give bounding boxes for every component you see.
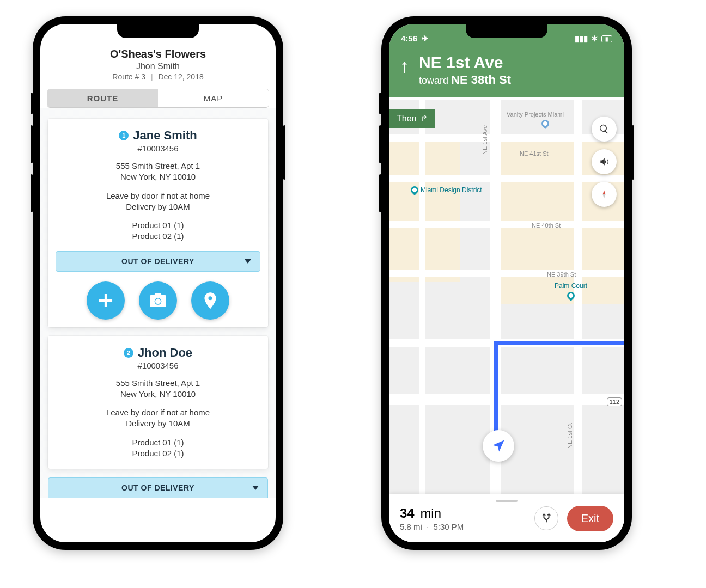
delivery-notes: Leave by door if not at home Delivery by…: [58, 407, 258, 430]
wifi-icon: ✶: [591, 34, 598, 44]
address-block: 555 Smith Street, Apt 1 New York, NY 100…: [58, 161, 258, 183]
eta-minutes: 34 min: [400, 506, 534, 521]
delivery-stop-card: 1 Jane Smith #10003456 555 Smith Street,…: [48, 119, 268, 327]
alternate-routes-button[interactable]: [534, 506, 558, 530]
delivery-status-dropdown[interactable]: OUT OF DELIVERY: [48, 477, 268, 498]
turn-right-icon: ↱: [421, 113, 428, 124]
next-street-name: NE 1st Ave: [419, 53, 511, 72]
order-number: #10003456: [58, 361, 258, 370]
map-poi-label: Vanity Projects Miami: [507, 111, 564, 118]
cell-signal-icon: ▮▮▮: [575, 34, 588, 44]
drag-handle[interactable]: [496, 500, 518, 502]
map-road-label: NE 40th St: [532, 222, 561, 229]
product-list: Product 01 (1) Product 02 (1): [58, 437, 258, 460]
poi-pin-icon: [565, 290, 576, 301]
add-button[interactable]: [87, 281, 125, 320]
map-canvas[interactable]: Vanity Projects Miami NE 41st St NE 40th…: [389, 100, 624, 494]
camera-icon: [149, 291, 167, 310]
stop-index-badge: 1: [119, 131, 129, 140]
tab-map[interactable]: MAP: [158, 89, 269, 107]
address-block: 555 Smith Street, Apt 1 New York, NY 100…: [58, 378, 258, 400]
then-turn-chip: Then ↱: [389, 109, 435, 128]
plus-icon: [96, 291, 115, 310]
delivery-notes: Leave by door if not at home Delivery by…: [58, 191, 258, 213]
recipient-name: Jhon Doe: [138, 346, 192, 360]
navigation-bottom-bar: 34 min 5.8 mi · 5:30 PM Exit: [389, 494, 624, 542]
map-poi[interactable]: [541, 120, 549, 127]
location-services-icon: ✈: [422, 34, 429, 43]
map-poi[interactable]: Palm Court: [555, 282, 587, 299]
speaker-icon: [599, 156, 610, 167]
map-poi[interactable]: Miami Design District: [411, 186, 482, 194]
phone-frame-maps: 4:56 ✈ ▮▮▮ ✶ ▮ ↑ NE 1st Ave toward NE 38…: [381, 16, 632, 550]
view-tabs: ROUTE MAP: [47, 89, 269, 108]
map-road-label: NE 39th St: [547, 271, 576, 278]
map-road-label: NE 1st Ave: [482, 125, 488, 155]
maps-navigation-screen: 4:56 ✈ ▮▮▮ ✶ ▮ ↑ NE 1st Ave toward NE 38…: [389, 24, 624, 542]
map-road-label: NE 1st Ct: [567, 423, 573, 449]
stop-index-badge: 2: [124, 348, 133, 358]
route-header: O'Sheas's Flowers Jhon Smith Route # 3 |…: [40, 24, 276, 85]
map-compass-button[interactable]: [592, 182, 617, 207]
route-date: Dec 12, 2018: [158, 72, 203, 81]
delivery-app-screen: O'Sheas's Flowers Jhon Smith Route # 3 |…: [40, 24, 276, 542]
eta-block: 34 min 5.8 mi · 5:30 PM: [400, 506, 534, 531]
driver-name: Jhon Smith: [46, 62, 270, 71]
tab-route[interactable]: ROUTE: [47, 89, 158, 107]
toward-line: toward NE 38th St: [419, 73, 511, 87]
map-road: [419, 100, 425, 494]
my-location-marker: [483, 430, 514, 462]
map-search-button[interactable]: [592, 117, 617, 142]
eta-subline: 5.8 mi · 5:30 PM: [400, 522, 534, 531]
poi-pin-icon: [540, 118, 551, 129]
navigation-arrow-icon: [491, 438, 506, 454]
route-polyline: [494, 341, 624, 345]
order-number: #10003456: [58, 144, 258, 153]
highway-shield: 112: [607, 397, 622, 406]
exit-navigation-button[interactable]: Exit: [567, 506, 613, 531]
product-list: Product 01 (1) Product 02 (1): [58, 220, 258, 242]
phone-frame-delivery: O'Sheas's Flowers Jhon Smith Route # 3 |…: [33, 16, 283, 550]
ios-status-bar: 4:56 ✈ ▮▮▮ ✶ ▮: [389, 24, 624, 48]
map-sound-button[interactable]: [592, 149, 617, 174]
map-road-label: NE 41st St: [520, 150, 549, 157]
chevron-down-icon: [252, 486, 259, 490]
location-pin-icon: [201, 291, 220, 310]
search-icon: [599, 124, 610, 134]
delivery-status-dropdown[interactable]: OUT OF DELIVERY: [56, 251, 260, 272]
company-name: O'Sheas's Flowers: [46, 48, 270, 60]
route-split-icon: [540, 512, 552, 524]
status-label: OUT OF DELIVERY: [121, 257, 194, 266]
status-label: OUT OF DELIVERY: [121, 483, 194, 492]
route-number: Route # 3: [112, 72, 145, 81]
route-and-date: Route # 3 | Dec 12, 2018: [46, 72, 270, 81]
recipient-name: Jane Smith: [133, 128, 197, 143]
compass-icon: [599, 189, 610, 200]
chevron-down-icon: [245, 259, 251, 264]
navigate-button[interactable]: [191, 281, 229, 320]
delivery-stop-card: 2 Jhon Doe #10003456 555 Smith Street, A…: [48, 336, 268, 469]
poi-pin-icon: [409, 185, 420, 195]
battery-icon: ▮: [601, 35, 612, 42]
status-time: 4:56: [401, 34, 417, 43]
stop-action-row: [58, 281, 258, 320]
camera-button[interactable]: [139, 281, 177, 320]
arrow-straight-icon: ↑: [400, 57, 409, 75]
